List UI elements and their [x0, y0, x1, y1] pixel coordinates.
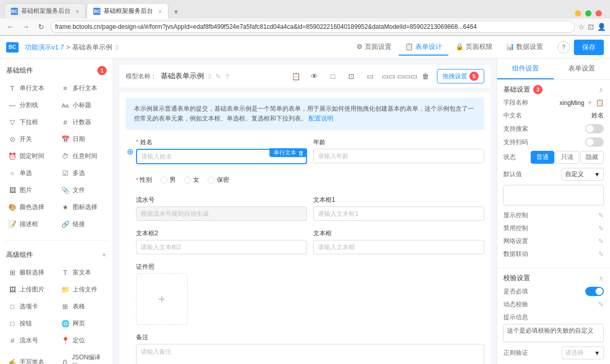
sidebar-item-counter[interactable]: # 计数器 [57, 114, 109, 130]
show-control-edit-icon[interactable]: ✎ [598, 212, 604, 219]
form-row-remarks: 备注 0/400 [126, 333, 484, 364]
sidebar-item-fixed-time[interactable]: ⏰ 固定时间 [4, 148, 56, 164]
link-label: 链接 [73, 220, 85, 229]
sidebar-item-subtitle[interactable]: Aa 小标题 [57, 97, 109, 113]
model-question-icon[interactable]: ? [225, 73, 229, 80]
address-input[interactable] [50, 21, 575, 33]
tab-form-settings[interactable]: 表单设置 [554, 59, 611, 79]
dynamic-edit-icon[interactable]: ✎ [598, 301, 604, 308]
layout-2col-icon[interactable]: ▭ [363, 69, 377, 83]
field-name-dropdown-icon[interactable]: ▼ [587, 100, 592, 106]
sidebar-item-json[interactable]: {} JSON编译器 [57, 350, 109, 364]
status-hidden[interactable]: 隐藏 [580, 151, 604, 164]
sidebar-item-multi-text[interactable]: ≡ 多行文本 [57, 80, 109, 96]
refresh-btn[interactable]: ↻ [35, 21, 47, 33]
sidebar-item-desc[interactable]: 📝 描述框 [4, 216, 56, 232]
id-photo-upload[interactable]: + [136, 273, 188, 325]
scan-toggle[interactable] [585, 137, 604, 147]
profile-icon[interactable]: 👤 [597, 23, 606, 31]
sidebar-item-color[interactable]: 🎨 颜色选择 [4, 199, 56, 215]
basic-settings-expand[interactable]: ∧ [599, 86, 604, 94]
sidebar-item-signature[interactable]: ✍ 手写签名 [4, 350, 56, 364]
minimize-btn[interactable] [575, 10, 581, 16]
status-normal[interactable]: 普通 [531, 151, 554, 164]
sidebar-item-switch[interactable]: ⊙ 开关 [4, 131, 56, 147]
disable-control-edit-icon[interactable]: ✎ [598, 224, 604, 232]
sidebar-item-cascade[interactable]: ⊞ 极联选择 [4, 265, 56, 281]
tab-data-settings[interactable]: 📊 数据设置 [500, 39, 549, 56]
tab-close-2[interactable]: × [158, 8, 161, 14]
tab-component-settings[interactable]: 组件设置 [497, 59, 554, 79]
close-btn[interactable] [596, 10, 602, 16]
data-link-edit-icon[interactable]: ✎ [598, 250, 604, 258]
new-tab-button[interactable]: + [170, 5, 182, 19]
delete-icon[interactable]: 🗑 [418, 69, 433, 83]
sidebar-item-dropdown[interactable]: ▽ 下拉框 [4, 114, 56, 130]
maximize-btn[interactable] [585, 10, 591, 16]
gender-secret[interactable]: 保密 [208, 176, 229, 184]
validate-settings-expand[interactable]: ∧ [599, 274, 604, 282]
sidebar-item-upload-file[interactable]: 📁 上传文件 [57, 282, 109, 298]
preview-icon[interactable]: 👁 [307, 69, 321, 83]
remarks-textarea[interactable] [136, 344, 484, 364]
sidebar-item-file[interactable]: 📎 文件 [57, 182, 109, 198]
age-input[interactable] [313, 149, 484, 163]
browser-tab-1[interactable]: BC 基础框架服务后台 × [4, 3, 86, 19]
sidebar-item-table[interactable]: ⊞ 表格 [57, 299, 109, 315]
sidebar-item-radio[interactable]: ○ 单选 [4, 165, 56, 181]
textbox2-input[interactable] [136, 240, 307, 254]
gender-male[interactable]: 男 [160, 176, 176, 184]
sidebar-item-image[interactable]: 🖼 图片 [4, 182, 56, 198]
copy-form-icon[interactable]: 📋 [289, 69, 303, 83]
search-toggle[interactable] [585, 124, 604, 133]
field-name-edit-icon[interactable]: 📋 [596, 99, 604, 107]
config-link[interactable]: 配置说明 [309, 115, 333, 122]
back-btn[interactable]: ← [4, 21, 16, 33]
browser-tab-2[interactable]: BC 基础框架服务后台 × [87, 3, 168, 19]
tab-form-design[interactable]: 📋 表单设计 [399, 39, 448, 56]
help-button[interactable]: ? [557, 41, 570, 54]
required-toggle[interactable] [585, 287, 604, 296]
tab-page-permissions[interactable]: 🔒 页面权限 [449, 39, 499, 56]
status-readonly[interactable]: 只读 [555, 151, 579, 164]
textbox-input[interactable] [313, 240, 484, 254]
sidebar-item-divider[interactable]: — 分割线 [4, 97, 56, 113]
sidebar-item-checkbox[interactable]: ☑ 多选 [57, 165, 109, 181]
layout-split-icon[interactable]: ⊡ [344, 69, 359, 83]
layout-3col-icon[interactable]: ▭▭ [381, 69, 396, 83]
sidebar-item-tabs[interactable]: □ 选项卡 [4, 299, 56, 315]
drag-settings-btn[interactable]: 拖拽设置 5 [437, 69, 484, 83]
tab-close-1[interactable]: × [76, 8, 79, 14]
sidebar-item-any-time[interactable]: ⏱ 任意时间 [57, 148, 109, 164]
default-value-textarea[interactable] [503, 185, 604, 205]
sidebar-item-single-text[interactable]: T 单行文本 [4, 80, 56, 96]
gender-female[interactable]: 女 [184, 176, 199, 184]
sidebar-item-upload-image[interactable]: 🖼 上传图片 [4, 282, 56, 298]
sidebar-item-serial[interactable]: # 流水号 [4, 333, 56, 349]
breadcrumb-item-2[interactable]: 基础表单示例 [72, 43, 112, 52]
hint-value[interactable]: 这个是必填校验的失败的自定义 [503, 324, 604, 342]
network-edit-icon[interactable]: ✎ [598, 237, 604, 245]
default-value-select[interactable]: 自定义 ▼ [562, 168, 604, 181]
layout-1col-icon[interactable]: □ [326, 69, 340, 83]
advanced-section-header[interactable]: 高级组件 ▼ [0, 247, 113, 263]
sidebar-item-date[interactable]: 📅 日期 [57, 131, 109, 147]
sidebar-item-rich-text[interactable]: T 富文本 [57, 265, 109, 281]
extensions-icon[interactable]: ⊡ [588, 23, 594, 31]
tab-page-settings[interactable]: ⚙ 页面设置 [350, 39, 398, 56]
drag-handle-name[interactable]: ⊕ [127, 146, 133, 156]
forward-btn[interactable]: → [20, 21, 32, 33]
breadcrumb-item-1[interactable]: 功能演示v1.7 [25, 43, 64, 52]
bookmark-icon[interactable]: ☆ [578, 23, 585, 31]
layout-4col-icon[interactable]: ▭▭▭ [400, 69, 414, 83]
sidebar-item-location[interactable]: 📍 定位 [57, 333, 109, 349]
sidebar-item-link[interactable]: 🔗 链接 [57, 216, 109, 232]
badge-delete-icon[interactable]: 🗑 [298, 150, 304, 156]
save-button[interactable]: 保存 [574, 40, 604, 55]
sidebar-item-button[interactable]: □ 按钮 [4, 316, 56, 332]
textbox1-input[interactable] [313, 206, 484, 221]
regex-select[interactable]: 请选择 ▼ [562, 346, 604, 359]
model-name-edit-icon[interactable]: ✎ [215, 73, 221, 80]
sidebar-item-webpage[interactable]: 🌐 网页 [57, 316, 109, 332]
sidebar-item-icon-select[interactable]: ★ 图标选择 [57, 199, 109, 215]
